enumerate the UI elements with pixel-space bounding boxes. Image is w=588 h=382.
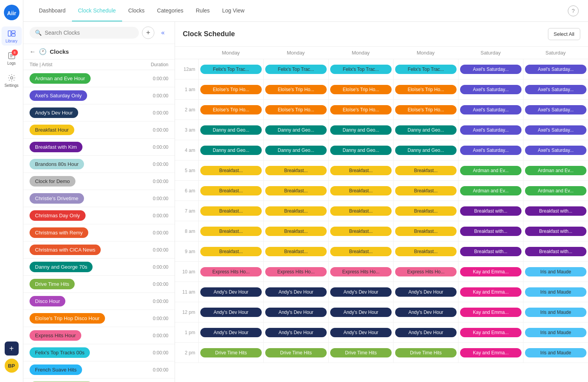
tab-rules[interactable]: Rules [190, 0, 216, 21]
list-item[interactable]: Christie's Drivetime 0:00:00 [23, 190, 175, 207]
cell-pill[interactable]: Andy's Dev Hour [200, 308, 262, 317]
list-item[interactable]: Axel's Saturday Only 0:00:00 [23, 87, 175, 104]
cell-pill[interactable]: Breakfast... [395, 247, 457, 256]
cell-pill[interactable]: Breakfast... [265, 206, 327, 216]
cell-pill[interactable]: Andy's Dev Hour [330, 328, 392, 337]
cell-pill[interactable]: Danny and Geo... [265, 125, 327, 135]
user-avatar[interactable]: BP [5, 359, 19, 373]
cell-pill[interactable]: Danny and Geo... [395, 125, 457, 135]
cell-pill[interactable]: Felix's Top Trac... [330, 65, 392, 74]
tab-clock-schedule[interactable]: Clock Schedule [72, 0, 122, 21]
list-item[interactable]: Felix's Top Tracks 00s 0:00:00 [23, 344, 175, 361]
add-button[interactable]: + [5, 342, 19, 356]
list-item[interactable]: Express Hits Hour 0:00:00 [23, 327, 175, 344]
back-arrow-icon[interactable]: ← [30, 48, 36, 55]
select-all-button[interactable]: Select All [548, 28, 580, 40]
cell-pill[interactable]: Eloïse's Trip Ho... [395, 85, 457, 94]
cell-pill[interactable]: Andy's Dev Hour [395, 328, 457, 337]
cell-pill[interactable]: Danny and Geo... [330, 125, 392, 135]
cell-pill[interactable]: Andy's Dev Hour [395, 287, 457, 297]
cell-pill[interactable]: Danny and Geo... [200, 146, 262, 155]
cell-pill[interactable]: Breakfast... [395, 206, 457, 216]
cell-pill[interactable]: Axel's Saturday... [460, 65, 522, 74]
cell-pill[interactable]: Kay and Emma... [460, 267, 522, 276]
cell-pill[interactable]: Iris and Maude [525, 267, 586, 276]
help-icon[interactable]: ? [568, 5, 579, 16]
cell-pill[interactable]: Breakfast... [330, 186, 392, 195]
cell-pill[interactable]: Breakfast with... [525, 247, 586, 256]
cell-pill[interactable]: Axel's Saturday... [525, 125, 586, 135]
list-item[interactable]: Eloïse's Trip Hop Disco Hour 0:00:00 [23, 310, 175, 327]
tab-log-view[interactable]: Log View [216, 0, 250, 21]
list-item[interactable]: Freaky Halloween Hour 0:00:00 [23, 378, 175, 382]
cell-pill[interactable]: Ardman and Ev... [525, 186, 586, 195]
cell-pill[interactable]: Andy's Dev Hour [265, 287, 327, 297]
cell-pill[interactable]: Eloïse's Trip Ho... [330, 85, 392, 94]
cell-pill[interactable]: Axel's Saturday... [525, 65, 586, 74]
cell-pill[interactable]: Kay and Emma... [460, 308, 522, 317]
schedule-grid-wrap[interactable]: MondayMondayMondayMondaySaturdaySaturday… [175, 47, 588, 382]
cell-pill[interactable]: Eloïse's Trip Ho... [395, 105, 457, 114]
list-item[interactable]: Disco Hour 0:00:00 [23, 293, 175, 310]
cell-pill[interactable]: Kay and Emma... [460, 328, 522, 337]
cell-pill[interactable]: Breakfast... [265, 166, 327, 175]
cell-pill[interactable]: Eloïse's Trip Ho... [200, 85, 262, 94]
cell-pill[interactable]: Axel's Saturday... [525, 146, 586, 155]
list-item[interactable]: Brandons 80s Hour 0:00:00 [23, 156, 175, 173]
cell-pill[interactable]: Breakfast... [265, 227, 327, 236]
cell-pill[interactable]: Breakfast... [200, 227, 262, 236]
cell-pill[interactable]: Drive Time Hits [200, 348, 262, 357]
cell-pill[interactable]: Drive Time Hits [330, 348, 392, 357]
list-item[interactable]: Danny and George 70s 0:00:00 [23, 259, 175, 276]
cell-pill[interactable]: Express Hits Ho... [265, 267, 327, 276]
cell-pill[interactable]: Axel's Saturday... [525, 85, 586, 94]
cell-pill[interactable]: Breakfast... [395, 166, 457, 175]
add-clock-button[interactable]: + [142, 26, 154, 39]
cell-pill[interactable]: Eloïse's Trip Ho... [200, 105, 262, 114]
cell-pill[interactable]: Andy's Dev Hour [330, 308, 392, 317]
cell-pill[interactable]: Express Hits Ho... [395, 267, 457, 276]
cell-pill[interactable]: Andy's Dev Hour [200, 287, 262, 297]
cell-pill[interactable]: Andy's Dev Hour [395, 308, 457, 317]
cell-pill[interactable]: Drive Time Hits [395, 348, 457, 357]
search-input[interactable] [45, 30, 133, 36]
cell-pill[interactable]: Axel's Saturday... [460, 146, 522, 155]
cell-pill[interactable]: Ardman and Ev... [525, 166, 586, 175]
cell-pill[interactable]: Iris and Maude [525, 328, 586, 337]
cell-pill[interactable]: Iris and Maude [525, 287, 586, 297]
cell-pill[interactable]: Danny and Geo... [200, 125, 262, 135]
list-item[interactable]: Christmas Day Only 0:00:00 [23, 207, 175, 224]
cell-pill[interactable]: Breakfast with... [525, 227, 586, 236]
cell-pill[interactable]: Axel's Saturday... [460, 125, 522, 135]
cell-pill[interactable]: Eloïse's Trip Ho... [265, 85, 327, 94]
list-item[interactable]: Christmas with CICA News 0:00:00 [23, 241, 175, 259]
tab-clocks[interactable]: Clocks [122, 0, 151, 21]
cell-pill[interactable]: Andy's Dev Hour [265, 308, 327, 317]
cell-pill[interactable]: Breakfast... [265, 247, 327, 256]
cell-pill[interactable]: Breakfast... [330, 247, 392, 256]
cell-pill[interactable]: Breakfast with... [460, 206, 522, 216]
tab-dashboard[interactable]: Dashboard [33, 0, 72, 21]
cell-pill[interactable]: Breakfast with... [460, 247, 522, 256]
cell-pill[interactable]: Danny and Geo... [330, 146, 392, 155]
list-item[interactable]: Breakfast with Kim 0:00:00 [23, 139, 175, 156]
cell-pill[interactable]: Andy's Dev Hour [200, 328, 262, 337]
cell-pill[interactable]: Ardman and Ev... [460, 186, 522, 195]
cell-pill[interactable]: Breakfast... [330, 166, 392, 175]
list-item[interactable]: Ardman and Eve Hour 0:00:00 [23, 70, 175, 87]
cell-pill[interactable]: Breakfast... [395, 186, 457, 195]
cell-pill[interactable]: Eloïse's Trip Ho... [330, 105, 392, 114]
cell-pill[interactable]: Felix's Top Trac... [265, 65, 327, 74]
cell-pill[interactable]: Kay and Emma... [460, 348, 522, 357]
cell-pill[interactable]: Felix's Top Trac... [395, 65, 457, 74]
cell-pill[interactable]: Andy's Dev Hour [265, 328, 327, 337]
sidebar-item-logs[interactable]: 8 Logs [2, 49, 22, 68]
cell-pill[interactable]: Breakfast... [200, 247, 262, 256]
cell-pill[interactable]: Iris and Maude [525, 308, 586, 317]
cell-pill[interactable]: Iris and Maude [525, 348, 586, 357]
list-item[interactable]: Andy's Dev Hour 0:00:00 [23, 104, 175, 121]
cell-pill[interactable]: Axel's Saturday... [460, 105, 522, 114]
cell-pill[interactable]: Breakfast... [200, 186, 262, 195]
cell-pill[interactable]: Breakfast... [265, 186, 327, 195]
sidebar-item-library[interactable]: Library [2, 26, 22, 46]
